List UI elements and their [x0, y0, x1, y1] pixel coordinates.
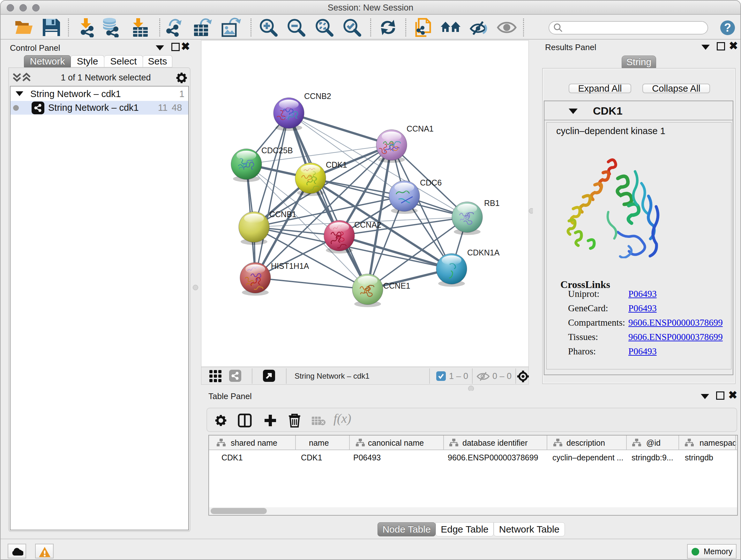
svg-text:CCNB1: CCNB1	[269, 210, 296, 219]
svg-text:HIST1H1A: HIST1H1A	[271, 261, 309, 270]
svg-text:CCNE1: CCNE1	[383, 281, 410, 290]
svg-text:CCNA2: CCNA2	[354, 220, 381, 229]
svg-text:CCNA1: CCNA1	[407, 124, 434, 133]
svg-text:CDC6: CDC6	[420, 178, 442, 187]
svg-text:CDK1: CDK1	[326, 160, 347, 169]
svg-text:CDC25B: CDC25B	[261, 146, 293, 155]
svg-text:CCNB2: CCNB2	[304, 91, 331, 101]
svg-text:CDKN1A: CDKN1A	[467, 248, 500, 257]
svg-text:RB1: RB1	[484, 199, 500, 207]
